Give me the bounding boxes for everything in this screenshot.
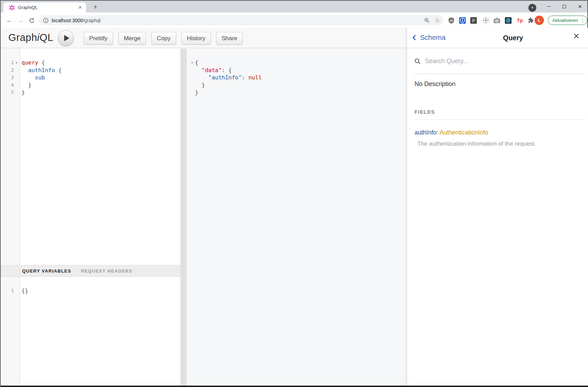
doc-field-row: authInfo: AuthenticationInfo xyxy=(415,129,488,136)
code-line: "data": { xyxy=(195,67,262,74)
tab-search-button[interactable]: ▼ xyxy=(528,4,536,12)
variables-editor-line-numbers: 1 xyxy=(1,287,19,295)
overflow-menu-icon: ⋮ xyxy=(580,18,585,23)
code-line: query { xyxy=(22,59,62,67)
taskbar-edge xyxy=(1,386,588,387)
code-line: } xyxy=(22,89,62,96)
merge-button[interactable]: Merge xyxy=(118,32,146,45)
camera-extension-icon[interactable] xyxy=(493,17,501,24)
chevron-left-icon xyxy=(412,35,418,41)
tab-request-headers[interactable]: REQUEST HEADERS xyxy=(81,268,132,274)
url-text[interactable]: localhost:3000/graphql xyxy=(52,18,424,23)
close-icon: × xyxy=(578,3,582,10)
copy-button[interactable]: Copy xyxy=(151,32,176,45)
variables-editor-code[interactable]: {} xyxy=(22,287,28,295)
browser-titlebar xyxy=(1,1,587,12)
code-line: } xyxy=(195,89,262,96)
tp-extension-icon[interactable]: Tp xyxy=(516,17,523,24)
fold-spacer xyxy=(14,74,19,81)
doc-explorer-header: Schema Query × xyxy=(407,28,588,48)
fold-spacer xyxy=(189,81,195,89)
fold-spacer xyxy=(14,287,19,295)
forward-button[interactable]: → xyxy=(16,16,25,25)
doc-search-bar[interactable] xyxy=(414,49,586,74)
zoom-icon[interactable] xyxy=(424,17,430,23)
site-info-icon[interactable] xyxy=(43,18,49,23)
tab-title: GraphiQL xyxy=(18,5,77,10)
fold-arrow-icon[interactable]: ▾ xyxy=(189,59,195,67)
line-number: 1 xyxy=(1,59,14,67)
fold-arrow-icon[interactable]: ▾ xyxy=(14,59,19,67)
doc-close-icon[interactable]: × xyxy=(573,30,579,42)
share-button[interactable]: Share xyxy=(216,32,243,45)
doc-explorer-title: Query xyxy=(459,34,567,42)
bookmark-star-icon[interactable]: ☆ xyxy=(435,17,440,24)
response-fold-gutter[interactable]: ▾ xyxy=(189,59,195,96)
profile-avatar[interactable]: L xyxy=(535,16,544,25)
update-button[interactable]: Aktualisieren ⋮ xyxy=(548,16,587,25)
p-extension-icon[interactable]: P xyxy=(470,17,477,24)
svg-text:uO: uO xyxy=(450,19,453,22)
maximize-icon xyxy=(563,5,566,8)
ublock-icon[interactable]: uO xyxy=(448,17,455,24)
svg-text:P: P xyxy=(472,18,475,23)
reload-button[interactable] xyxy=(27,16,36,25)
update-button-label: Aktualisieren xyxy=(552,18,578,23)
back-button[interactable]: ← xyxy=(5,16,14,25)
doc-search-input[interactable] xyxy=(425,58,571,65)
doc-field-description: The authentication information of the re… xyxy=(417,140,536,147)
tab-close-icon[interactable]: × xyxy=(77,5,83,10)
code-line: authInfo { xyxy=(22,67,62,74)
code-line: {} xyxy=(22,287,28,295)
query-editor-code[interactable]: query { authInfo { sub }} xyxy=(22,59,62,96)
fold-spacer xyxy=(14,67,19,74)
close-button[interactable]: × xyxy=(572,1,588,12)
maximize-button[interactable] xyxy=(557,1,572,12)
line-number: 4 xyxy=(1,81,14,89)
fold-spacer xyxy=(14,89,19,96)
field-name-link[interactable]: authInfo xyxy=(415,129,436,136)
fold-spacer xyxy=(189,89,195,96)
bitwarden-icon[interactable] xyxy=(459,17,466,24)
search-icon xyxy=(414,58,421,64)
code-line: } xyxy=(22,81,62,89)
fold-spacer xyxy=(189,74,195,81)
doc-back-link[interactable]: Schema xyxy=(413,34,445,42)
execute-button[interactable] xyxy=(58,30,74,46)
history-button[interactable]: History xyxy=(181,32,211,45)
pane-resize-divider[interactable] xyxy=(180,49,187,386)
query-editor-line-numbers: 1▾2345 xyxy=(1,59,19,96)
variables-title-bar: QUERY VARIABLES REQUEST HEADERS xyxy=(1,265,180,277)
response-viewer: ▾ { "data": { "authInfo": null }} xyxy=(187,49,407,386)
doc-no-description: No Description xyxy=(415,80,455,88)
crosshair-extension-icon[interactable] xyxy=(482,17,489,24)
browser-window: GraphiQL × + ▼ × ← → localhost:3000/grap… xyxy=(0,0,588,387)
tab-search-arrow-icon: ▼ xyxy=(531,6,534,9)
minimize-icon xyxy=(547,6,551,7)
variables-editor[interactable]: 1 {} xyxy=(1,277,180,386)
react-devtools-icon[interactable] xyxy=(504,17,512,24)
address-bar[interactable]: localhost:3000/graphql ☆ xyxy=(39,15,443,25)
doc-back-label: Schema xyxy=(420,34,445,42)
code-line: } xyxy=(195,81,262,89)
extensions-puzzle-icon[interactable] xyxy=(527,17,534,24)
line-number: 5 xyxy=(1,89,14,96)
graphiql-logo: GraphiQL xyxy=(8,32,53,43)
graphiql-toolbar-buttons: Prettify Merge Copy History Share xyxy=(84,32,243,45)
type-name-link[interactable]: AuthenticationInfo xyxy=(440,129,488,136)
query-editor[interactable]: 1▾2345 query { authInfo { sub }} xyxy=(1,49,180,265)
response-code: { "data": { "authInfo": null }} xyxy=(195,59,262,96)
line-number: 1 xyxy=(1,287,14,295)
tab-query-variables[interactable]: QUERY VARIABLES xyxy=(22,268,71,274)
doc-fields-heading: FIELDS xyxy=(415,109,586,120)
minimize-button[interactable] xyxy=(541,1,556,12)
doc-explorer-panel: Schema Query × No Description FIELDS aut… xyxy=(407,28,588,386)
play-icon xyxy=(64,35,69,41)
code-line: "authInfo": null xyxy=(195,74,262,81)
prettify-button[interactable]: Prettify xyxy=(84,32,113,45)
fold-spacer xyxy=(189,67,195,74)
new-tab-button[interactable]: + xyxy=(90,2,101,12)
browser-tab-graphiql[interactable]: GraphiQL × xyxy=(3,2,86,12)
code-line: { xyxy=(195,59,262,67)
graphql-favicon xyxy=(9,5,15,10)
